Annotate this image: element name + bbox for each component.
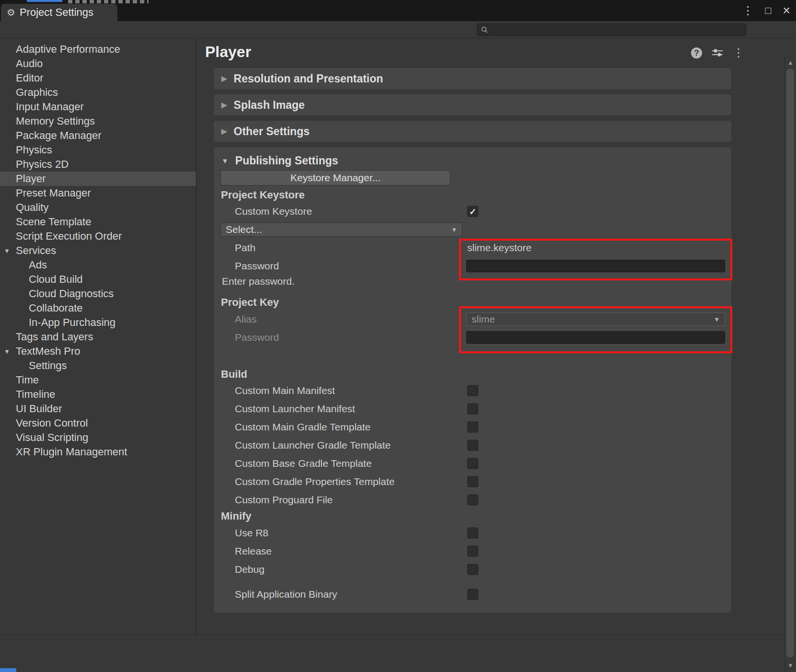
debug-checkbox[interactable] xyxy=(467,564,478,575)
release-checkbox[interactable] xyxy=(467,546,478,557)
sidebar-item-scene-template[interactable]: Scene Template xyxy=(0,215,196,229)
project-keystore-label: Project Keystore xyxy=(221,189,305,201)
window-menu-icon[interactable]: ⋮ xyxy=(742,4,754,17)
alias-dropdown[interactable]: slime ▼ xyxy=(466,313,725,326)
sidebar-item-label: Ads xyxy=(29,259,47,271)
sidebar-item-timeline[interactable]: Timeline xyxy=(0,387,196,402)
split-application-binary-row: Split Application Binary xyxy=(214,585,725,603)
sidebar-item-ads[interactable]: Ads xyxy=(0,258,196,272)
build-label: Build xyxy=(221,368,247,381)
sidebar-item-tmp-settings[interactable]: Settings xyxy=(0,359,196,373)
foldout-open-icon[interactable]: ▼ xyxy=(4,348,10,355)
maximize-icon[interactable]: □ xyxy=(765,5,772,16)
scroll-up-icon[interactable]: ▲ xyxy=(785,59,796,66)
sidebar-item-editor[interactable]: Editor xyxy=(0,71,196,85)
sidebar-item-package-manager[interactable]: Package Manager xyxy=(0,128,196,143)
help-icon[interactable]: ? xyxy=(691,47,702,58)
vertical-scrollbar[interactable]: ▲ ▼ xyxy=(784,57,796,672)
tab-title: Project Settings xyxy=(20,6,93,19)
scrollbar-thumb[interactable] xyxy=(786,69,794,658)
sidebar-item-label: Input Manager xyxy=(16,101,84,113)
setting-row: Custom Proguard File xyxy=(214,491,725,509)
sidebar-item-label: Memory Settings xyxy=(16,115,95,127)
custom-keystore-checkbox[interactable]: ✓ xyxy=(467,206,478,217)
close-icon[interactable]: × xyxy=(783,3,790,18)
sidebar-item-script-execution-order[interactable]: Script Execution Order xyxy=(0,229,196,243)
setting-row: Custom Launcher Manifest xyxy=(214,400,725,418)
custom-main-gradle-template-checkbox[interactable] xyxy=(467,422,478,433)
custom-launcher-manifest-checkbox[interactable] xyxy=(467,404,478,415)
search-field[interactable] xyxy=(477,23,746,36)
settings-sidebar: Adaptive Performance Audio Editor Graphi… xyxy=(0,38,196,635)
sidebar-item-cloud-build[interactable]: Cloud Build xyxy=(0,272,196,287)
sidebar-item-label: Package Manager xyxy=(16,129,102,142)
sidebar-item-time[interactable]: Time xyxy=(0,373,196,387)
toolbar xyxy=(0,21,796,38)
section-other-settings[interactable]: ▶ Other Settings xyxy=(214,121,731,142)
presets-icon[interactable] xyxy=(712,47,723,58)
sidebar-item-input-manager[interactable]: Input Manager xyxy=(0,100,196,114)
sidebar-item-label: TextMesh Pro xyxy=(16,345,81,358)
scroll-down-icon[interactable]: ▼ xyxy=(785,662,796,669)
sidebar-item-label: XR Plugin Management xyxy=(16,446,127,458)
keystore-password-input[interactable] xyxy=(466,260,725,272)
sidebar-item-collaborate[interactable]: Collaborate xyxy=(0,301,196,315)
sidebar-item-label: Cloud Build xyxy=(29,273,83,286)
sidebar-item-cloud-diagnostics[interactable]: Cloud Diagnostics xyxy=(0,287,196,301)
sidebar-item-tags-and-layers[interactable]: Tags and Layers xyxy=(0,330,196,344)
use-r8-checkbox[interactable] xyxy=(467,528,478,539)
panel-header-icons: ? ⋮ xyxy=(691,46,744,59)
foldout-open-icon[interactable]: ▼ xyxy=(4,247,10,255)
sidebar-item-label: Version Control xyxy=(16,417,88,429)
custom-launcher-gradle-template-checkbox[interactable] xyxy=(467,440,478,451)
sidebar-item-quality[interactable]: Quality xyxy=(0,200,196,215)
tab-project-settings[interactable]: ⚙ Project Settings xyxy=(1,4,117,21)
sidebar-item-label: Physics 2D xyxy=(16,158,69,171)
key-password-input[interactable] xyxy=(466,331,725,344)
sidebar-item-label: Adaptive Performance xyxy=(16,43,120,56)
sidebar-item-label: UI Builder xyxy=(16,403,62,415)
custom-keystore-label: Custom Keystore xyxy=(235,206,312,217)
sidebar-item-memory-settings[interactable]: Memory Settings xyxy=(0,114,196,128)
sidebar-item-services[interactable]: ▼ Services xyxy=(0,243,196,258)
sidebar-item-textmesh-pro[interactable]: ▼ TextMesh Pro xyxy=(0,344,196,359)
dropdown-value: slime xyxy=(472,313,495,325)
key-password-label: Password xyxy=(235,332,279,343)
sidebar-item-ui-builder[interactable]: UI Builder xyxy=(0,402,196,416)
sidebar-item-version-control[interactable]: Version Control xyxy=(0,416,196,430)
search-input[interactable] xyxy=(491,25,742,34)
sidebar-item-in-app-purchasing[interactable]: In-App Purchasing xyxy=(0,315,196,330)
sidebar-item-adaptive-performance[interactable]: Adaptive Performance xyxy=(0,42,196,57)
section-publishing-settings: ▼ Publishing Settings Keystore Manager..… xyxy=(214,147,731,613)
section-splash-image[interactable]: ▶ Splash Image xyxy=(214,94,731,116)
sidebar-item-visual-scripting[interactable]: Visual Scripting xyxy=(0,430,196,445)
chevron-down-icon: ▼ xyxy=(714,316,720,323)
setting-row: Custom Main Gradle Template xyxy=(214,418,725,436)
keystore-manager-button[interactable]: Keystore Manager... xyxy=(220,170,450,185)
more-menu-icon[interactable]: ⋮ xyxy=(733,46,744,59)
custom-proguard-file-checkbox[interactable] xyxy=(467,495,478,506)
sidebar-item-audio[interactable]: Audio xyxy=(0,57,196,71)
bottom-left-accent xyxy=(0,668,16,672)
minify-label: Minify xyxy=(221,510,252,522)
custom-main-manifest-checkbox[interactable] xyxy=(467,385,478,396)
custom-gradle-properties-template-checkbox[interactable] xyxy=(467,476,478,487)
sidebar-item-label: Tags and Layers xyxy=(16,331,93,343)
custom-base-gradle-template-checkbox[interactable] xyxy=(467,458,478,469)
sidebar-item-physics-2d[interactable]: Physics 2D xyxy=(0,157,196,172)
section-label: Publishing Settings xyxy=(235,154,338,167)
page-title: Player xyxy=(205,43,251,61)
section-resolution-and-presentation[interactable]: ▶ Resolution and Presentation xyxy=(214,68,731,89)
sidebar-item-graphics[interactable]: Graphics xyxy=(0,85,196,100)
sidebar-item-player[interactable]: Player xyxy=(0,172,196,186)
sidebar-item-label: Preset Manager xyxy=(16,187,91,199)
sidebar-item-physics[interactable]: Physics xyxy=(0,143,196,157)
split-application-binary-checkbox[interactable] xyxy=(467,589,478,600)
sidebar-item-label: Player xyxy=(16,173,46,185)
keystore-select-dropdown[interactable]: Select... ▼ xyxy=(220,222,462,237)
sidebar-item-preset-manager[interactable]: Preset Manager xyxy=(0,186,196,200)
publishing-settings-header[interactable]: ▼ Publishing Settings xyxy=(221,151,338,170)
sidebar-item-label: Scene Template xyxy=(16,216,91,228)
sidebar-item-xr-plugin-management[interactable]: XR Plugin Management xyxy=(0,445,196,459)
check-icon: ✓ xyxy=(468,207,478,217)
